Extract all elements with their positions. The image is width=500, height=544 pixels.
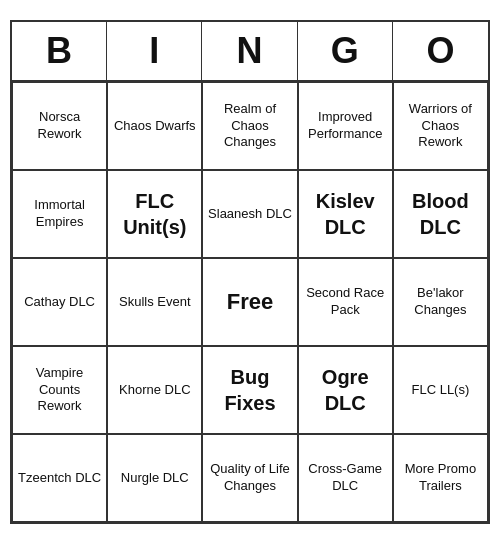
bingo-cell-15[interactable]: Vampire Counts Rework <box>12 346 107 434</box>
bingo-cell-11[interactable]: Skulls Event <box>107 258 202 346</box>
bingo-cell-8[interactable]: Kislev DLC <box>298 170 393 258</box>
bingo-cell-12[interactable]: Free <box>202 258 297 346</box>
bingo-grid: Norsca ReworkChaos DwarfsRealm of Chaos … <box>12 82 488 522</box>
bingo-cell-3[interactable]: Improved Performance <box>298 82 393 170</box>
bingo-cell-9[interactable]: Blood DLC <box>393 170 488 258</box>
bingo-letter-n: N <box>202 22 297 80</box>
bingo-header: BINGO <box>12 22 488 82</box>
bingo-card: BINGO Norsca ReworkChaos DwarfsRealm of … <box>10 20 490 524</box>
bingo-cell-10[interactable]: Cathay DLC <box>12 258 107 346</box>
bingo-cell-5[interactable]: Immortal Empires <box>12 170 107 258</box>
bingo-letter-b: B <box>12 22 107 80</box>
bingo-letter-g: G <box>298 22 393 80</box>
bingo-cell-22[interactable]: Quality of Life Changes <box>202 434 297 522</box>
bingo-cell-13[interactable]: Second Race Pack <box>298 258 393 346</box>
bingo-cell-4[interactable]: Warriors of Chaos Rework <box>393 82 488 170</box>
bingo-cell-19[interactable]: FLC LL(s) <box>393 346 488 434</box>
bingo-cell-7[interactable]: Slaanesh DLC <box>202 170 297 258</box>
bingo-letter-o: O <box>393 22 488 80</box>
bingo-cell-24[interactable]: More Promo Trailers <box>393 434 488 522</box>
bingo-cell-16[interactable]: Khorne DLC <box>107 346 202 434</box>
bingo-letter-i: I <box>107 22 202 80</box>
bingo-cell-18[interactable]: Ogre DLC <box>298 346 393 434</box>
bingo-cell-21[interactable]: Nurgle DLC <box>107 434 202 522</box>
bingo-cell-23[interactable]: Cross-Game DLC <box>298 434 393 522</box>
bingo-cell-17[interactable]: Bug Fixes <box>202 346 297 434</box>
bingo-cell-14[interactable]: Be'lakor Changes <box>393 258 488 346</box>
bingo-cell-20[interactable]: Tzeentch DLC <box>12 434 107 522</box>
bingo-cell-2[interactable]: Realm of Chaos Changes <box>202 82 297 170</box>
bingo-cell-1[interactable]: Chaos Dwarfs <box>107 82 202 170</box>
bingo-cell-6[interactable]: FLC Unit(s) <box>107 170 202 258</box>
bingo-cell-0[interactable]: Norsca Rework <box>12 82 107 170</box>
